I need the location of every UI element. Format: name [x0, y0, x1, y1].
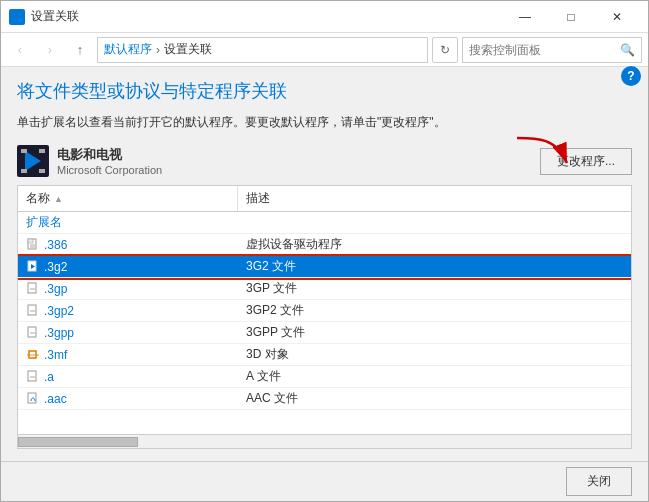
- table-header: 名称 ▲ 描述: [18, 186, 631, 212]
- table-row[interactable]: .3gp 3GP 文件: [18, 278, 631, 300]
- row-name: .3gpp: [18, 324, 238, 342]
- svg-rect-9: [39, 169, 45, 173]
- settings-window: 设置关联 — □ ✕ ‹ › ↑ 默认程序 › 设置关联 ↻ 🔍: [0, 0, 649, 502]
- row-name: .3gp: [18, 280, 238, 298]
- row-desc: 3GP 文件: [238, 278, 631, 299]
- change-program-button[interactable]: 更改程序...: [540, 148, 632, 175]
- breadcrumb-current: 设置关联: [164, 41, 212, 58]
- table-row[interactable]: .aac AAC 文件: [18, 388, 631, 410]
- svg-rect-21: [28, 327, 36, 337]
- back-button[interactable]: ‹: [7, 37, 33, 63]
- main-content: 将文件类型或协议与特定程序关联 单击扩展名以查看当前打开它的默认程序。要更改默认…: [1, 67, 648, 461]
- svg-rect-19: [28, 305, 36, 315]
- svg-rect-12: [28, 239, 33, 243]
- table-row[interactable]: .3gp2 3GP2 文件: [18, 300, 631, 322]
- row-name: .3gp2: [18, 302, 238, 320]
- group-header-row: 扩展名: [18, 212, 631, 234]
- breadcrumb-separator: ›: [156, 43, 160, 57]
- page-title: 将文件类型或协议与特定程序关联: [17, 79, 632, 103]
- svg-rect-2: [11, 18, 16, 23]
- file-type-icon: [26, 304, 40, 318]
- h-scroll-track: [18, 437, 631, 447]
- file-type-icon: [26, 238, 40, 252]
- title-bar-icon: [9, 9, 25, 25]
- up-button[interactable]: ↑: [67, 37, 93, 63]
- row-desc: AAC 文件: [238, 388, 631, 409]
- app-icon: [17, 145, 49, 177]
- search-input[interactable]: [469, 43, 620, 57]
- app-info-row: 电影和电视 Microsoft Corporation 更改: [17, 145, 632, 177]
- title-bar: 设置关联 — □ ✕: [1, 1, 648, 33]
- help-button[interactable]: ?: [621, 66, 641, 86]
- file-type-icon: [26, 326, 40, 340]
- table-row[interactable]: .386 虚拟设备驱动程序: [18, 234, 631, 256]
- bottom-bar: 关闭: [1, 461, 648, 501]
- app-info: 电影和电视 Microsoft Corporation: [17, 145, 162, 177]
- svg-rect-23: [29, 351, 36, 358]
- row-name: .3g2: [18, 258, 238, 276]
- address-bar: ‹ › ↑ 默认程序 › 设置关联 ↻ 🔍: [1, 33, 648, 67]
- row-name: .a: [18, 368, 238, 386]
- file-type-icon: [26, 260, 40, 274]
- row-desc: 3D 对象: [238, 344, 631, 365]
- row-desc: 3G2 文件: [238, 256, 631, 277]
- breadcrumb: 默认程序 › 设置关联: [97, 37, 428, 63]
- file-type-icon: [26, 370, 40, 384]
- file-type-icon: [26, 282, 40, 296]
- breadcrumb-root[interactable]: 默认程序: [104, 41, 152, 58]
- title-bar-buttons: — □ ✕: [502, 1, 640, 33]
- horizontal-scrollbar[interactable]: [18, 434, 631, 448]
- column-name-header[interactable]: 名称 ▲: [18, 186, 238, 211]
- app-details: 电影和电视 Microsoft Corporation: [57, 146, 162, 176]
- svg-rect-0: [11, 11, 16, 16]
- group-header-name: 扩展名: [18, 212, 238, 233]
- group-header-desc: [238, 221, 631, 225]
- table-row[interactable]: .a A 文件: [18, 366, 631, 388]
- svg-rect-6: [21, 149, 27, 153]
- file-type-icon: [26, 392, 40, 406]
- app-name: 电影和电视: [57, 146, 162, 164]
- row-name: .aac: [18, 390, 238, 408]
- search-box: 🔍: [462, 37, 642, 63]
- svg-rect-7: [39, 149, 45, 153]
- svg-rect-8: [21, 169, 27, 173]
- forward-button[interactable]: ›: [37, 37, 63, 63]
- page-subtitle: 单击扩展名以查看当前打开它的默认程序。要更改默认程序，请单击"更改程序"。: [17, 113, 632, 131]
- column-desc-header: 描述: [238, 186, 631, 211]
- svg-rect-1: [18, 11, 23, 16]
- table-row[interactable]: .3mf 3D 对象: [18, 344, 631, 366]
- row-desc: 虚拟设备驱动程序: [238, 234, 631, 255]
- app-company: Microsoft Corporation: [57, 164, 162, 176]
- svg-rect-3: [18, 18, 23, 23]
- table-row[interactable]: .3g2 3G2 文件: [18, 256, 631, 278]
- close-dialog-button[interactable]: 关闭: [566, 467, 632, 496]
- file-type-table: 名称 ▲ 描述 扩展名: [17, 185, 632, 449]
- h-scroll-thumb[interactable]: [18, 437, 138, 447]
- row-desc: 3GPP 文件: [238, 322, 631, 343]
- table-body: 扩展名 .386 虚拟设备驱动程序: [18, 212, 631, 434]
- title-bar-text: 设置关联: [31, 8, 502, 25]
- minimize-button[interactable]: —: [502, 1, 548, 33]
- change-btn-area: 更改程序...: [540, 148, 632, 175]
- svg-rect-25: [28, 371, 36, 381]
- svg-rect-17: [28, 283, 36, 293]
- row-name: .3mf: [18, 346, 238, 364]
- row-name: .386: [18, 236, 238, 254]
- maximize-button[interactable]: □: [548, 1, 594, 33]
- refresh-button[interactable]: ↻: [432, 37, 458, 63]
- table-row[interactable]: .3gpp 3GPP 文件: [18, 322, 631, 344]
- row-desc: A 文件: [238, 366, 631, 387]
- file-type-icon: [26, 348, 40, 362]
- row-desc: 3GP2 文件: [238, 300, 631, 321]
- close-button[interactable]: ✕: [594, 1, 640, 33]
- sort-arrow-icon: ▲: [54, 194, 63, 204]
- search-icon: 🔍: [620, 43, 635, 57]
